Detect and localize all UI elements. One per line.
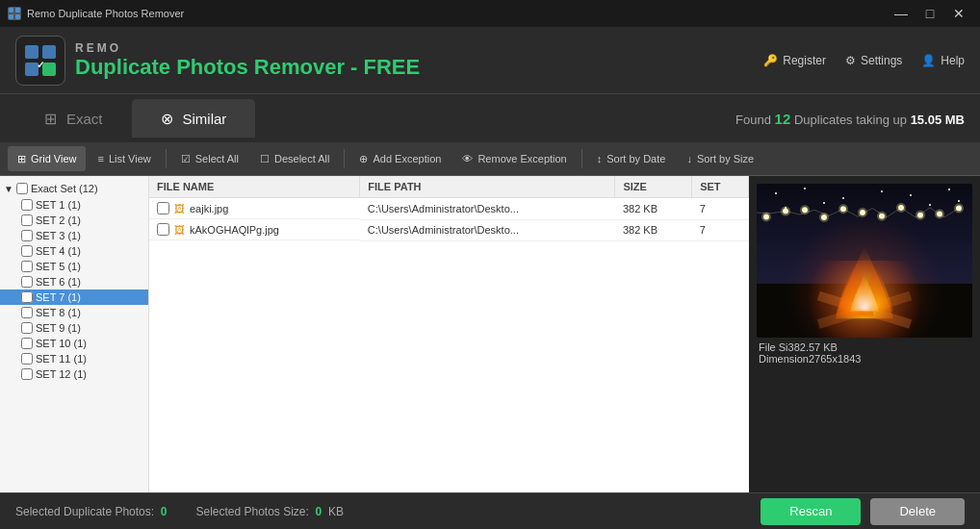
similar-tab-icon: ⊗ <box>161 110 173 128</box>
set9-checkbox[interactable] <box>21 322 33 334</box>
found-info: Found 12 Duplicates taking up 15.05 MB <box>735 111 965 127</box>
set2-checkbox[interactable] <box>21 214 33 226</box>
remove-exception-button[interactable]: 👁 Remove Exception <box>452 146 576 171</box>
tab-exact[interactable]: ⊞ Exact <box>15 99 132 138</box>
set1-checkbox[interactable] <box>21 199 33 211</box>
logo-title: Duplicate Photos Remover - FREE <box>75 55 420 80</box>
tree-set-4[interactable]: SET 4 (1) <box>0 243 148 259</box>
set6-checkbox[interactable] <box>21 276 33 288</box>
svg-rect-4 <box>25 45 39 59</box>
col-set: SET <box>692 176 749 198</box>
col-size: SIZE <box>615 176 692 198</box>
set7-checkbox[interactable] <box>21 291 33 303</box>
grid-view-icon: ⊞ <box>17 153 26 165</box>
register-nav[interactable]: 🔑 Register <box>763 54 826 67</box>
tree-set-5[interactable]: SET 5 (1) <box>0 259 148 274</box>
set8-checkbox[interactable] <box>21 307 33 318</box>
preview-image <box>757 184 972 338</box>
status-right: Rescan Delete <box>761 498 965 525</box>
list-view-icon: ≡ <box>97 153 103 164</box>
select-all-icon: ☑ <box>181 153 191 165</box>
set4-checkbox[interactable] <box>21 245 33 257</box>
tree-set-7[interactable]: SET 7 (1) <box>0 290 148 305</box>
set11-checkbox[interactable] <box>21 353 33 365</box>
selected-size-label: Selected Photos Size: 0 KB <box>195 505 343 518</box>
rescan-button[interactable]: Rescan <box>761 498 861 525</box>
settings-nav[interactable]: ⚙ Settings <box>845 54 902 67</box>
toolbar-sep-3 <box>581 149 582 168</box>
tree-set-11[interactable]: SET 11 (1) <box>0 351 148 366</box>
exact-tab-icon: ⊞ <box>44 110 57 128</box>
sidebar: ▼ Exact Set (12) SET 1 (1) SET 2 (1) SET… <box>0 176 149 492</box>
logo-brand: remo <box>75 41 420 55</box>
app-title: Remo Duplicate Photos Remover <box>27 8 184 19</box>
toolbar-sep-2 <box>344 149 345 168</box>
set3-checkbox[interactable] <box>21 230 33 241</box>
tree-root-checkbox[interactable] <box>16 183 28 194</box>
set5-checkbox[interactable] <box>21 261 33 272</box>
toolbar: ⊞ Grid View ≡ List View ☑ Select All ☐ D… <box>0 142 980 176</box>
toolbar-sep-1 <box>166 149 167 168</box>
tree-set-9[interactable]: SET 9 (1) <box>0 320 148 336</box>
file2-checkbox[interactable] <box>157 223 169 236</box>
set12-checkbox[interactable] <box>21 368 33 380</box>
title-bar: Remo Duplicate Photos Remover — □ ✕ <box>0 0 980 27</box>
set10-checkbox[interactable] <box>21 338 33 349</box>
selected-photos-label: Selected Duplicate Photos: 0 <box>15 505 167 518</box>
preview-dimensions: Dimension2765x1843 <box>759 353 861 365</box>
app-icon <box>8 7 21 20</box>
preview-filesize: File Si382.57 KB <box>759 341 861 353</box>
header: ✓ remo Duplicate Photos Remover - FREE 🔑… <box>0 27 980 94</box>
file1-icon: 🖼 <box>174 203 185 214</box>
sort-by-date-button[interactable]: ↕ Sort by Date <box>587 146 676 171</box>
key-icon: 🔑 <box>763 54 778 67</box>
list-view-button[interactable]: ≡ List View <box>88 146 160 171</box>
tree-set-8[interactable]: SET 8 (1) <box>0 305 148 320</box>
status-left: Selected Duplicate Photos: 0 Selected Ph… <box>15 505 344 518</box>
tabs: ⊞ Exact ⊗ Similar Found 12 Duplicates ta… <box>0 94 980 142</box>
logo-text: remo Duplicate Photos Remover - FREE <box>75 41 420 80</box>
sort-by-size-button[interactable]: ↓ Sort by Size <box>677 146 763 171</box>
add-exception-button[interactable]: ⊕ Add Exception <box>349 146 451 171</box>
svg-rect-1 <box>15 8 20 13</box>
tree-set-10[interactable]: SET 10 (1) <box>0 336 148 351</box>
help-icon: 👤 <box>921 54 936 67</box>
help-nav[interactable]: 👤 Help <box>921 54 965 67</box>
svg-rect-3 <box>15 14 20 19</box>
deselect-all-button[interactable]: ☐ Deselect All <box>250 146 339 171</box>
file-list: FILE NAME FILE PATH SIZE SET 🖼 eajki.jpg… <box>149 176 749 492</box>
close-button[interactable]: ✕ <box>945 0 972 27</box>
minimize-button[interactable]: — <box>888 0 915 27</box>
select-all-button[interactable]: ☑ Select All <box>171 146 248 171</box>
tree-set-6[interactable]: SET 6 (1) <box>0 274 148 290</box>
add-exception-icon: ⊕ <box>359 153 368 165</box>
tree-root-item[interactable]: ▼ Exact Set (12) <box>0 180 148 197</box>
preview-panel: File Si382.57 KB Dimension2765x1843 <box>749 176 980 492</box>
tree-set-1[interactable]: SET 1 (1) <box>0 197 148 213</box>
title-bar-left: Remo Duplicate Photos Remover <box>8 7 184 20</box>
delete-button[interactable]: Delete <box>870 498 965 525</box>
file1-checkbox[interactable] <box>157 202 169 214</box>
gear-icon: ⚙ <box>845 54 856 67</box>
table-row[interactable]: 🖼 eajki.jpg C:\Users\Administrator\Deskt… <box>149 198 749 220</box>
svg-rect-0 <box>9 8 13 13</box>
logo-area: ✓ remo Duplicate Photos Remover - FREE <box>15 36 420 86</box>
preview-info: File Si382.57 KB Dimension2765x1843 <box>757 341 861 365</box>
tree-set-2[interactable]: SET 2 (1) <box>0 213 148 228</box>
table-row[interactable]: 🖼 kAkOGHAQlPg.jpg C:\Users\Administrator… <box>149 219 749 240</box>
grid-view-button[interactable]: ⊞ Grid View <box>8 146 86 171</box>
remove-exception-icon: 👁 <box>462 153 473 164</box>
tree-set-12[interactable]: SET 12 (1) <box>0 366 148 382</box>
tree-set-3[interactable]: SET 3 (1) <box>0 228 148 243</box>
header-nav: 🔑 Register ⚙ Settings 👤 Help <box>763 54 965 67</box>
tab-buttons: ⊞ Exact ⊗ Similar <box>15 99 255 138</box>
file2-icon: 🖼 <box>174 224 185 236</box>
main-content: ▼ Exact Set (12) SET 1 (1) SET 2 (1) SET… <box>0 176 980 492</box>
tab-similar[interactable]: ⊗ Similar <box>132 99 256 138</box>
maximize-button[interactable]: □ <box>916 0 943 27</box>
logo-icon: ✓ <box>15 36 65 86</box>
sort-size-icon: ↓ <box>686 153 692 164</box>
svg-rect-7 <box>42 63 56 76</box>
table-header-row: FILE NAME FILE PATH SIZE SET <box>149 176 749 198</box>
title-bar-controls: — □ ✕ <box>888 0 972 27</box>
